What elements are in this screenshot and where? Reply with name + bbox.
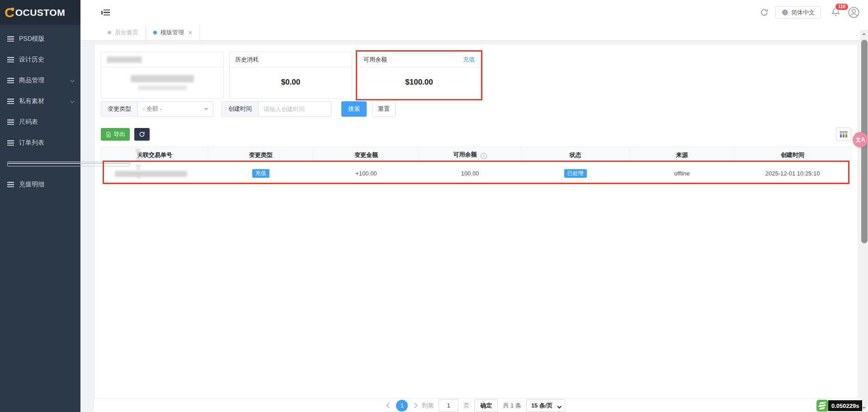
refresh-table-button[interactable] [134, 128, 150, 141]
change-type-badge: 充值 [252, 169, 269, 178]
created-time-filter: 创建时间 [222, 101, 331, 117]
sidebar-item-label: 商品管理 [19, 76, 44, 85]
account-card-body [101, 67, 223, 97]
page-unit-label: 页 [463, 402, 469, 410]
sidebar-item-design-history[interactable]: 设计历史 [0, 49, 80, 70]
sidebar-toggle-icon[interactable] [101, 9, 110, 16]
cell-status: 已处理 [521, 163, 630, 184]
app-logo[interactable]: C OCUSTOM [0, 0, 80, 25]
sidebar-item-label: 设计历史 [19, 56, 44, 64]
available-balance-card: 可用余额 充值 $100.00 [358, 52, 481, 99]
sidebar-item-recharge-details[interactable]: 充值明细 [0, 174, 80, 195]
profiler-flame-icon[interactable] [816, 400, 828, 412]
app: { "colors":{"accent":"#409eff","sidebar_… [0, 0, 868, 412]
topbar: 简体中文 110 [80, 0, 868, 25]
sidebar: C OCUSTOM PSD模版 设计历史 商品管理 私有素材 尺码表 订单列 [0, 0, 80, 412]
logo-text: OCUSTOM [15, 7, 65, 18]
table-row[interactable]: 充值 +100.00 100.00 已处理 offline 2025-12-01… [101, 163, 851, 184]
filter-bar: 变更类型 - 全部 - 创建时间 搜索 重置 [101, 101, 851, 117]
scroll-down-icon[interactable] [862, 407, 866, 409]
card-icon [7, 161, 130, 166]
account-card [101, 52, 224, 99]
records-table: 关联交易单号 变更类型 变更金额 可用余额 i 状态 来源 创建时间 充值 [101, 147, 851, 184]
list-icon [7, 57, 14, 62]
summary-cards: 历史消耗 $0.00 可用余额 充值 $100.00 [101, 52, 851, 99]
sidebar-item-billing[interactable]: 账单管理 [0, 153, 80, 174]
goto-label: 到第 [422, 402, 434, 410]
scroll-up-icon[interactable] [862, 33, 866, 35]
table-toolbar: 导出 [101, 128, 851, 141]
search-button[interactable]: 搜索 [341, 101, 367, 117]
change-type-select[interactable]: - 全部 - [137, 101, 213, 117]
sidebar-item-label: PSD模版 [19, 35, 45, 43]
next-page-icon[interactable] [412, 403, 418, 408]
cell-change-type: 充值 [208, 163, 313, 184]
cell-created-time: 2025-12-01 10:25:10 [734, 163, 851, 184]
tab-label: 模版管理 [160, 28, 184, 37]
sidebar-item-label: 账单管理 [135, 147, 142, 180]
render-time-label: 0.050229s [828, 400, 862, 411]
created-time-input[interactable] [258, 101, 331, 117]
sidebar-item-label: 尺码表 [19, 118, 38, 126]
created-time-label: 创建时间 [222, 101, 258, 117]
sidebar-item-product-management[interactable]: 商品管理 [0, 70, 80, 91]
col-status: 状态 [521, 147, 630, 163]
logo-dot-icon [11, 8, 14, 10]
sidebar-item-label: 充值明细 [19, 180, 44, 189]
per-page-value: 15 条/页 [531, 402, 553, 410]
chevron-down-icon [70, 78, 75, 82]
column-settings-button[interactable] [836, 128, 851, 141]
sidebar-item-order-list[interactable]: 订单列表 [0, 133, 80, 153]
notifications-button[interactable]: 110 [830, 7, 841, 19]
reset-button[interactable]: 重置 [372, 101, 396, 117]
redacted-transaction-no [115, 171, 187, 177]
translate-float-button[interactable]: 文A [853, 132, 868, 147]
table-header-row: 关联交易单号 变更类型 变更金额 可用余额 i 状态 来源 创建时间 [101, 147, 851, 163]
tab-dashboard[interactable]: 后台首页 [100, 25, 146, 40]
card-value: $0.00 [230, 67, 352, 97]
change-type-value: - 全部 - [143, 105, 162, 113]
col-source: 来源 [630, 147, 734, 163]
change-type-filter: 变更类型 - 全部 - [101, 101, 213, 117]
prev-page-icon[interactable] [387, 403, 392, 408]
col-created-time: 创建时间 [734, 147, 851, 163]
list-icon [7, 140, 14, 146]
history-consumed-card: 历史消耗 $0.00 [229, 52, 352, 99]
refresh-icon [139, 131, 145, 137]
pagination: 1 到第 页 确定 共 1 条 15 条/页 [94, 399, 858, 412]
goto-page-input[interactable] [439, 399, 458, 412]
vertical-scrollbar[interactable] [860, 30, 868, 412]
col-available-balance: 可用余额 i [419, 147, 521, 163]
sidebar-nav: PSD模版 设计历史 商品管理 私有素材 尺码表 订单列表 账单管理 [0, 25, 80, 195]
sidebar-item-private-assets[interactable]: 私有素材 [0, 91, 80, 112]
columns-grid-icon [840, 131, 847, 137]
translate-icon: 文A [856, 136, 865, 144]
confirm-page-button[interactable]: 确定 [474, 399, 498, 412]
list-icon [7, 119, 14, 125]
notification-badge: 110 [835, 3, 849, 11]
language-selector[interactable]: 简体中文 [775, 6, 821, 19]
status-badge: 已处理 [564, 169, 587, 178]
refresh-icon[interactable] [760, 8, 769, 17]
list-icon [7, 99, 14, 104]
sidebar-item-label: 订单列表 [19, 139, 44, 147]
cell-change-amount: +100.00 [313, 163, 419, 184]
info-icon[interactable]: i [481, 153, 487, 159]
page-1-button[interactable]: 1 [396, 400, 408, 412]
total-count-label: 共 1 条 [503, 402, 521, 410]
render-time-widget: 0.050229s [816, 400, 862, 412]
tab-template-management[interactable]: 模版管理 × [146, 25, 200, 40]
card-header: 可用余额 充值 [358, 52, 480, 67]
export-label: 导出 [113, 130, 125, 138]
col-change-type: 变更类型 [208, 147, 313, 163]
recharge-link[interactable]: 充值 [463, 56, 475, 64]
sidebar-item-size-chart[interactable]: 尺码表 [0, 112, 80, 133]
close-icon[interactable]: × [189, 29, 192, 36]
redacted-account-subtext [138, 85, 187, 90]
per-page-select[interactable]: 15 条/页 [526, 399, 565, 412]
export-button[interactable]: 导出 [101, 128, 130, 141]
globe-icon [782, 9, 788, 16]
avatar-icon[interactable] [848, 6, 860, 19]
sidebar-item-psd-templates[interactable]: PSD模版 [0, 28, 80, 49]
cell-source: offline [630, 163, 734, 184]
